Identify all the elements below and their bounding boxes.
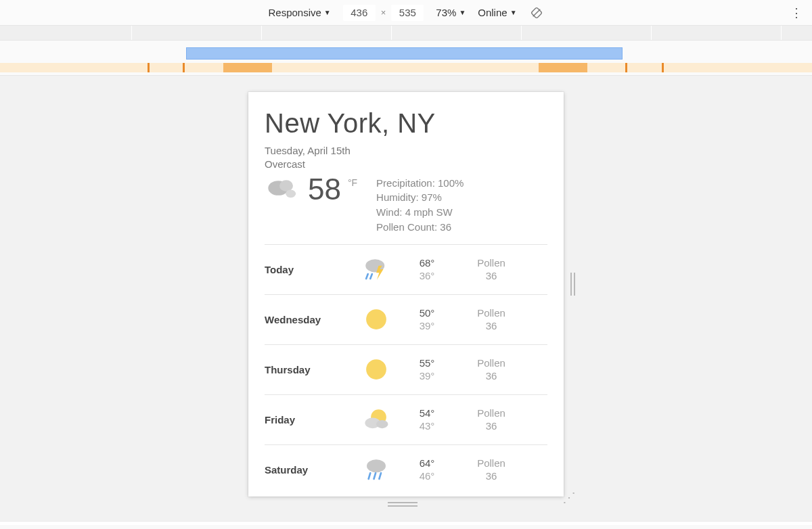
- forecast-row: Today 68° 36°: [265, 244, 547, 294]
- forecast-icon-cell: [353, 305, 400, 334]
- breakpoint-marker[interactable]: [625, 63, 627, 72]
- forecast-pollen: Pollen 36: [454, 306, 528, 333]
- resize-handle-southeast[interactable]: ⋰: [562, 492, 577, 507]
- current-temp-block: 58 °F: [265, 175, 357, 204]
- rotate-button[interactable]: [529, 5, 544, 20]
- more-vertical-icon: ⋮: [790, 5, 803, 20]
- forecast-day: Today: [265, 264, 353, 275]
- emulated-viewport-area: New York, NY Tuesday, April 15th Overcas…: [0, 76, 812, 525]
- condition-text: Overcast: [265, 158, 547, 171]
- resize-handle-east[interactable]: [568, 268, 577, 300]
- throttling-select[interactable]: Online ▼: [478, 7, 516, 18]
- forecast-pollen: Pollen 36: [454, 256, 528, 283]
- forecast-icon-cell: [353, 405, 400, 434]
- svg-point-10: [366, 359, 386, 380]
- partly-cloudy-icon: [362, 405, 390, 434]
- forecast-row: Saturday 64° 46°: [265, 444, 547, 495]
- breakpoint-marker[interactable]: [148, 63, 150, 72]
- forecast-pollen-label: Pollen: [454, 457, 528, 470]
- forecast-low: 36°: [400, 269, 454, 283]
- forecast-temps: 55° 39°: [400, 356, 454, 383]
- forecast-pollen: Pollen 36: [454, 407, 528, 433]
- chevron-down-icon: ▼: [324, 9, 331, 16]
- chevron-down-icon: ▼: [459, 9, 466, 16]
- forecast-high: 54°: [400, 407, 454, 420]
- pollen-value: 36: [440, 221, 451, 233]
- forecast-temps: 54° 43°: [400, 407, 454, 433]
- more-options-button[interactable]: ⋮: [790, 0, 803, 26]
- overcast-icon: [265, 175, 301, 202]
- forecast-temps: 68° 36°: [400, 256, 454, 283]
- breakpoint-range[interactable]: [539, 63, 587, 72]
- width-input[interactable]: [343, 5, 376, 21]
- precip-label: Precipitation:: [376, 177, 435, 189]
- forecast-pollen-value: 36: [454, 469, 528, 483]
- forecast-list: Today 68° 36°: [265, 244, 547, 495]
- forecast-icon-cell: [353, 255, 400, 283]
- forecast-pollen: Pollen 36: [454, 457, 528, 483]
- wind-value: 4 mph SW: [405, 206, 453, 218]
- devtools-statusbar: [0, 521, 812, 525]
- location-title: New York, NY: [265, 108, 547, 139]
- forecast-low: 43°: [400, 419, 454, 433]
- svg-point-4: [286, 189, 296, 198]
- temp-unit: °F: [348, 177, 357, 188]
- forecast-pollen-label: Pollen: [454, 256, 528, 270]
- width-ruler: [0, 26, 812, 41]
- rain-icon: [362, 455, 390, 484]
- forecast-pollen-value: 36: [454, 369, 528, 383]
- current-conditions: 58 °F Precipitation: 100% Humidity: 97% …: [265, 175, 547, 235]
- svg-line-17: [379, 473, 381, 479]
- forecast-row: Thursday 55° 39° Pollen 36: [265, 344, 547, 394]
- humidity-value: 97%: [422, 191, 442, 203]
- forecast-high: 68°: [400, 256, 454, 270]
- pollen-label: Pollen Count:: [376, 221, 437, 233]
- forecast-row: Wednesday 50° 39° Pollen 36: [265, 294, 547, 344]
- device-toolbar: Responsive ▼ × 73% ▼ Online ▼ ⋮: [0, 0, 812, 26]
- sunny-icon: [362, 355, 390, 384]
- resize-handle-south[interactable]: [384, 501, 422, 507]
- svg-point-13: [376, 420, 388, 428]
- device-select[interactable]: Responsive ▼: [268, 7, 330, 18]
- forecast-pollen-label: Pollen: [454, 407, 528, 420]
- height-input[interactable]: [391, 5, 424, 21]
- forecast-low: 46°: [400, 469, 454, 483]
- forecast-temps: 64° 46°: [400, 457, 454, 483]
- svg-line-15: [369, 473, 371, 479]
- svg-line-7: [366, 274, 368, 279]
- svg-point-9: [366, 309, 386, 329]
- wind-label: Wind:: [376, 206, 402, 218]
- device-frame: New York, NY Tuesday, April 15th Overcas…: [248, 92, 564, 498]
- forecast-low: 39°: [400, 319, 454, 333]
- throttling-label: Online: [478, 7, 507, 18]
- media-query-strip: [0, 41, 812, 76]
- date-text: Tuesday, April 15th: [265, 144, 547, 158]
- precip-value: 100%: [438, 177, 464, 189]
- forecast-pollen-label: Pollen: [454, 356, 528, 370]
- humidity-label: Humidity:: [376, 191, 419, 203]
- media-query-bar[interactable]: [186, 47, 623, 60]
- forecast-day: Thursday: [265, 364, 353, 375]
- breakpoint-range[interactable]: [223, 63, 272, 72]
- forecast-high: 55°: [400, 356, 454, 370]
- rotate-icon: [530, 6, 543, 20]
- media-query-track: [0, 63, 812, 72]
- breakpoint-marker[interactable]: [662, 63, 664, 72]
- zoom-select[interactable]: 73% ▼: [436, 7, 466, 18]
- sunny-icon: [362, 305, 390, 334]
- forecast-low: 39°: [400, 369, 454, 383]
- weather-card: New York, NY Tuesday, April 15th Overcas…: [248, 92, 564, 495]
- forecast-pollen-value: 36: [454, 319, 528, 333]
- current-temp: 58: [308, 175, 341, 204]
- forecast-pollen-value: 36: [454, 419, 528, 433]
- date-condition: Tuesday, April 15th Overcast: [265, 144, 547, 172]
- device-select-label: Responsive: [268, 7, 321, 18]
- breakpoint-marker[interactable]: [183, 63, 185, 72]
- forecast-day: Wednesday: [265, 314, 353, 325]
- forecast-icon-cell: [353, 355, 400, 384]
- svg-line-8: [370, 274, 372, 279]
- forecast-pollen: Pollen 36: [454, 356, 528, 383]
- emulated-page[interactable]: New York, NY Tuesday, April 15th Overcas…: [248, 92, 564, 497]
- chevron-down-icon: ▼: [510, 9, 517, 16]
- forecast-pollen-label: Pollen: [454, 306, 528, 320]
